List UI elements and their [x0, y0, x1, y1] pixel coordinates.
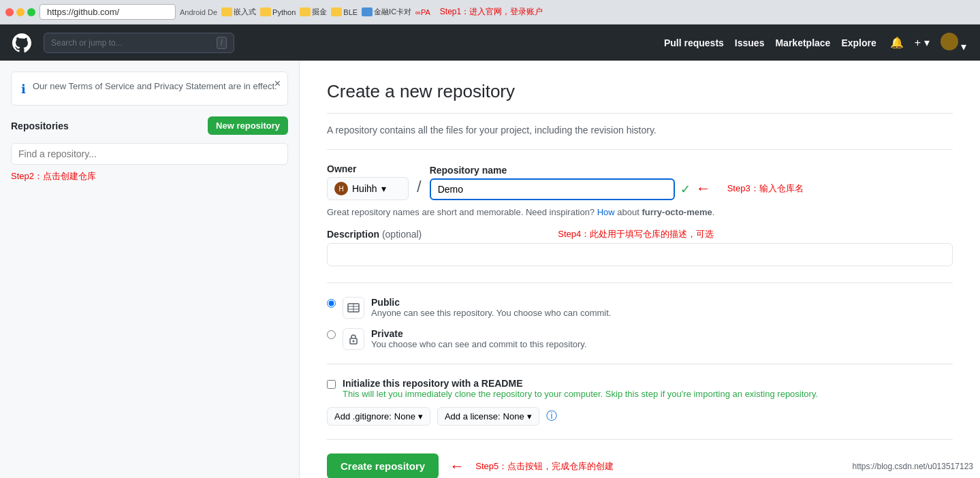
repositories-section: Repositories New repository Step2：点击创建仓库: [11, 116, 288, 182]
public-radio[interactable]: [327, 299, 336, 308]
private-radio[interactable]: [327, 330, 336, 339]
bottom-right-note: https://blog.csdn.net/u013517123: [853, 462, 973, 471]
owner-label: Owner: [327, 163, 409, 174]
step5-annotation: Step5：点击按钮，完成仓库的创建: [475, 460, 614, 473]
owner-name: Huihh: [352, 183, 377, 194]
dropdowns-row: Add .gitignore: None ▾ Add a license: No…: [327, 407, 953, 426]
how-link[interactable]: How: [597, 207, 615, 217]
bookmark-juejin[interactable]: 掘金: [300, 7, 327, 17]
create-button[interactable]: + ▾: [912, 33, 932, 52]
url-bar[interactable]: https://github.com/: [39, 4, 176, 20]
bookmark-embedded[interactable]: 嵌入式: [221, 7, 256, 17]
maximize-dot: [27, 8, 35, 16]
github-navbar: Search or jump to... / Pull requests Iss…: [0, 25, 980, 61]
browser-chrome: https://github.com/ Android De 嵌入式 Pytho…: [0, 0, 980, 25]
minimize-dot: [16, 8, 25, 16]
step5-arrow-icon: ←: [449, 458, 464, 475]
owner-select[interactable]: H Huihh ▾: [327, 177, 409, 200]
bookmark-pa[interactable]: ∞PA: [415, 8, 430, 16]
nav-icons: 🔔 + ▾ ▾: [887, 30, 969, 56]
gitignore-label: Add .gitignore:: [334, 411, 392, 421]
readme-label: Initialize this repository with a README: [343, 378, 818, 389]
bookmark-finance[interactable]: 金融IC卡对: [362, 7, 411, 17]
repo-name-group: Repository name ✓: [430, 165, 691, 200]
step2-annotation-area: Step2：点击创建仓库: [11, 170, 288, 182]
owner-repo-row: Owner H Huihh ▾ / Repository name ✓ ← St…: [327, 163, 953, 200]
repo-name-hint: Great repository names are short and mem…: [327, 207, 953, 217]
readme-checkbox-row: Initialize this repository with a README…: [327, 378, 953, 399]
notice-icon: ℹ: [21, 82, 26, 97]
license-label: Add a license:: [445, 411, 501, 421]
page-title: Create a new repository: [327, 81, 953, 114]
repos-header: Repositories New repository: [11, 116, 288, 135]
notice-close-button[interactable]: ×: [274, 78, 281, 90]
arrow-left-icon: ←: [696, 180, 711, 197]
license-caret-icon: ▾: [527, 411, 532, 421]
init-readme-checkbox[interactable]: [327, 380, 336, 389]
repo-name-label: Repository name: [430, 165, 691, 176]
license-value: None: [503, 411, 524, 421]
public-option-text: Public Anyone can see this repository. Y…: [371, 297, 611, 318]
owner-avatar: H: [334, 182, 348, 195]
license-dropdown[interactable]: Add a license: None ▾: [437, 407, 539, 426]
bookmark-python[interactable]: Python: [260, 7, 296, 16]
private-label: Private: [371, 328, 587, 339]
notice-text: Our new Terms of Service and Privacy Sta…: [33, 80, 277, 93]
suggestion-text: furry-octo-meme: [642, 207, 712, 217]
search-bar[interactable]: Search or jump to... /: [44, 33, 234, 53]
divider-2: [327, 283, 953, 283]
browser-window-controls: [5, 8, 35, 16]
gitignore-dropdown[interactable]: Add .gitignore: None ▾: [327, 407, 430, 426]
readme-desc: This will let you immediately clone the …: [343, 389, 818, 399]
page-subtitle: A repository contains all the files for …: [327, 125, 953, 136]
search-kbd: /: [217, 37, 227, 49]
gitignore-value: None: [394, 411, 415, 421]
slash-separator: /: [414, 177, 424, 200]
readme-option-text: Initialize this repository with a README…: [343, 378, 818, 399]
github-logo-icon[interactable]: [11, 32, 33, 54]
step3-annotation-area: ← Step3：输入仓库名: [696, 180, 804, 200]
notifications-button[interactable]: 🔔: [887, 33, 906, 52]
divider-4: [327, 439, 953, 440]
find-repository-input[interactable]: [11, 143, 288, 165]
description-label-row: Description (optional) Step4：此处用于填写仓库的描述…: [327, 228, 953, 240]
nav-issues[interactable]: Issues: [735, 37, 765, 48]
description-input[interactable]: [327, 243, 953, 266]
divider-1: [327, 149, 953, 150]
public-icon: [343, 297, 364, 319]
bookmark-ble[interactable]: BLE: [331, 7, 358, 16]
description-group: Description (optional) Step4：此处用于填写仓库的描述…: [327, 228, 953, 269]
repositories-label: Repositories: [11, 121, 69, 131]
create-repository-button[interactable]: Create repository: [327, 453, 439, 478]
search-placeholder: Search or jump to...: [51, 38, 123, 48]
nav-marketplace[interactable]: Marketplace: [775, 37, 830, 48]
public-desc: Anyone can see this repository. You choo…: [371, 308, 611, 318]
owner-caret-icon: ▾: [381, 183, 386, 194]
step3-annotation: Step3：输入仓库名: [727, 182, 804, 195]
bookmark-android: Android De: [180, 8, 217, 16]
nav-links: Pull requests Issues Marketplace Explore: [664, 37, 876, 48]
private-desc: You choose who can see and commit to thi…: [371, 339, 587, 349]
bookmarks-bar: Android De 嵌入式 Python 掘金 BLE 金融IC卡对 ∞PA …: [180, 6, 543, 18]
private-icon: [343, 328, 364, 350]
svg-point-5: [353, 340, 355, 342]
notice-box: ℹ Our new Terms of Service and Privacy S…: [11, 71, 288, 106]
new-repository-button[interactable]: New repository: [208, 116, 288, 135]
description-label: Description (optional): [327, 229, 422, 240]
info-icon[interactable]: ⓘ: [546, 409, 557, 424]
nav-explore[interactable]: Explore: [841, 37, 876, 48]
repo-name-input[interactable]: [430, 178, 675, 200]
sidebar: ℹ Our new Terms of Service and Privacy S…: [0, 61, 300, 478]
main-layout: ℹ Our new Terms of Service and Privacy S…: [0, 61, 980, 478]
step1-annotation: Step1：进入官网，登录账户: [440, 6, 543, 18]
owner-group: Owner H Huihh ▾: [327, 163, 409, 200]
public-label: Public: [371, 297, 611, 308]
divider-3: [327, 364, 953, 364]
private-option-text: Private You choose who can see and commi…: [371, 328, 587, 349]
nav-pull-requests[interactable]: Pull requests: [664, 37, 724, 48]
content-area: Create a new repository A repository con…: [300, 61, 980, 478]
step4-annotation: Step4：此处用于填写仓库的描述，可选: [558, 228, 714, 240]
private-option: Private You choose who can see and commi…: [327, 328, 953, 350]
public-option: Public Anyone can see this repository. Y…: [327, 297, 953, 319]
user-avatar-button[interactable]: ▾: [938, 30, 969, 56]
